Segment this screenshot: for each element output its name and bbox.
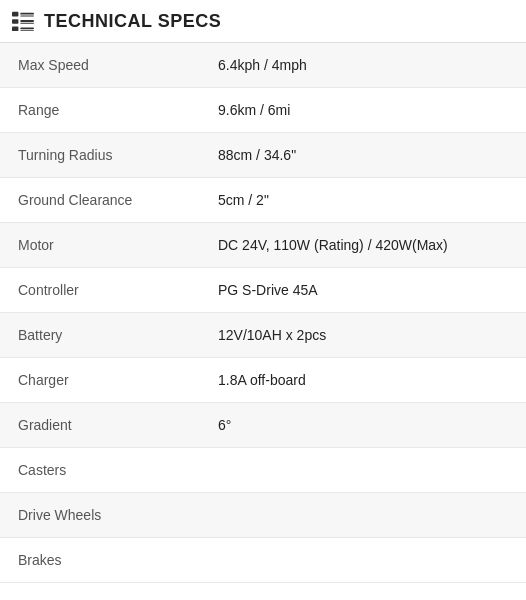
spec-value: 1.8A off-board xyxy=(200,358,526,403)
spec-value: 6.4kph / 4mph xyxy=(200,43,526,88)
table-row: Drive Wheels xyxy=(0,493,526,538)
spec-value: 12V/10AH x 2pcs xyxy=(200,313,526,358)
section-header: TECHNICAL SPECS xyxy=(0,0,526,43)
svg-rect-8 xyxy=(20,30,34,31)
svg-rect-5 xyxy=(20,23,34,24)
svg-rect-1 xyxy=(20,13,34,15)
spec-value: 9.6km / 6mi xyxy=(200,88,526,133)
table-row: Battery12V/10AH x 2pcs xyxy=(0,313,526,358)
list-icon xyxy=(12,10,34,32)
table-row: Gradient6° xyxy=(0,403,526,448)
svg-rect-4 xyxy=(20,20,34,22)
table-row: Charger1.8A off-board xyxy=(0,358,526,403)
svg-rect-7 xyxy=(20,27,34,29)
spec-value: 5cm / 2" xyxy=(200,178,526,223)
page-container: TECHNICAL SPECS Max Speed6.4kph / 4mphRa… xyxy=(0,0,526,583)
spec-label: Ground Clearance xyxy=(0,178,200,223)
page-title: TECHNICAL SPECS xyxy=(44,11,221,32)
spec-value xyxy=(200,448,526,493)
table-row: Brakes xyxy=(0,538,526,583)
table-row: ControllerPG S-Drive 45A xyxy=(0,268,526,313)
table-row: Range9.6km / 6mi xyxy=(0,88,526,133)
table-row: Ground Clearance5cm / 2" xyxy=(0,178,526,223)
spec-value: PG S-Drive 45A xyxy=(200,268,526,313)
spec-value: 6° xyxy=(200,403,526,448)
table-row: MotorDC 24V, 110W (Rating) / 420W(Max) xyxy=(0,223,526,268)
spec-label: Controller xyxy=(0,268,200,313)
table-row: Casters xyxy=(0,448,526,493)
spec-value: DC 24V, 110W (Rating) / 420W(Max) xyxy=(200,223,526,268)
specs-table: Max Speed6.4kph / 4mphRange9.6km / 6miTu… xyxy=(0,43,526,583)
spec-label: Battery xyxy=(0,313,200,358)
spec-label: Gradient xyxy=(0,403,200,448)
spec-label: Charger xyxy=(0,358,200,403)
spec-label: Max Speed xyxy=(0,43,200,88)
spec-label: Turning Radius xyxy=(0,133,200,178)
spec-value xyxy=(200,493,526,538)
table-row: Max Speed6.4kph / 4mph xyxy=(0,43,526,88)
spec-label: Range xyxy=(0,88,200,133)
svg-rect-0 xyxy=(12,12,18,17)
spec-value: 88cm / 34.6" xyxy=(200,133,526,178)
spec-label: Brakes xyxy=(0,538,200,583)
svg-rect-2 xyxy=(20,16,34,17)
spec-label: Casters xyxy=(0,448,200,493)
table-row: Turning Radius88cm / 34.6" xyxy=(0,133,526,178)
spec-label: Motor xyxy=(0,223,200,268)
svg-rect-3 xyxy=(12,19,18,24)
spec-label: Drive Wheels xyxy=(0,493,200,538)
spec-value xyxy=(200,538,526,583)
svg-rect-6 xyxy=(12,27,18,32)
